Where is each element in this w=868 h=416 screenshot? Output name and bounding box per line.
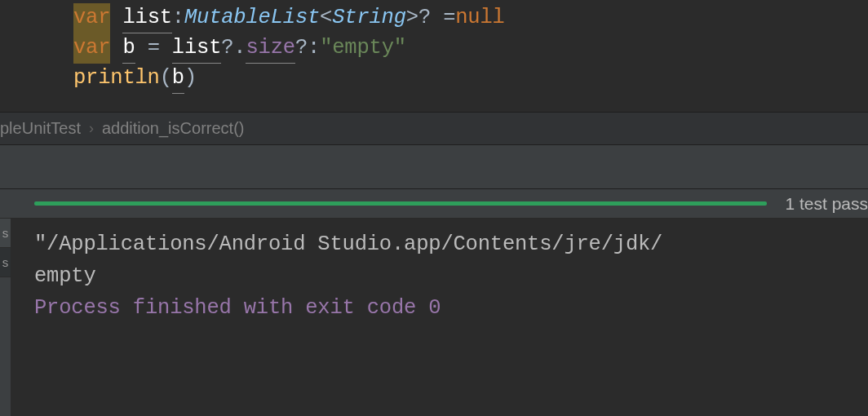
code-editor[interactable]: var list:MutableList<String>? =null var … [0,0,868,112]
type-mutablelist: MutableList [184,3,320,33]
console-output[interactable]: "/Applications/Android Studio.app/Conten… [11,219,868,416]
keyword-var: var [73,3,110,33]
function-println: println [73,64,160,94]
type-string: String [332,3,406,33]
gutter-tab[interactable]: s [0,248,11,277]
code-line[interactable]: var b = list?.size?:"empty" [0,33,868,64]
console-exit-line: Process finished with exit code 0 [34,292,868,324]
breadcrumb[interactable]: pleUnitTest › addition_isCorrect() [0,112,868,144]
variable-b: b [172,64,184,94]
chevron-right-icon: › [89,120,94,137]
string-literal: "empty" [320,33,406,64]
test-progress-row: 1 test pass [0,189,868,219]
variable-list: list [122,3,171,33]
gutter-tab[interactable]: s [0,219,11,248]
keyword-var: var [73,33,110,64]
variable-b: b [122,33,135,64]
variable-list: list [172,33,221,64]
code-line[interactable]: var list:MutableList<String>? =null [0,3,868,33]
test-toolbar [0,144,868,189]
console-line: empty [34,260,868,292]
keyword-null: null [455,3,504,33]
property-size: size [246,33,294,64]
breadcrumb-test-class[interactable]: pleUnitTest [0,119,81,138]
breadcrumb-test-method[interactable]: addition_isCorrect() [102,119,245,138]
console-line: "/Applications/Android Studio.app/Conten… [34,228,868,260]
console-panel: s s "/Applications/Android Studio.app/Co… [0,219,868,416]
gutter: s s [0,219,11,416]
code-line[interactable]: println(b) [0,64,868,94]
test-status-label: 1 test pass [785,194,868,214]
test-progress-bar [34,201,767,206]
